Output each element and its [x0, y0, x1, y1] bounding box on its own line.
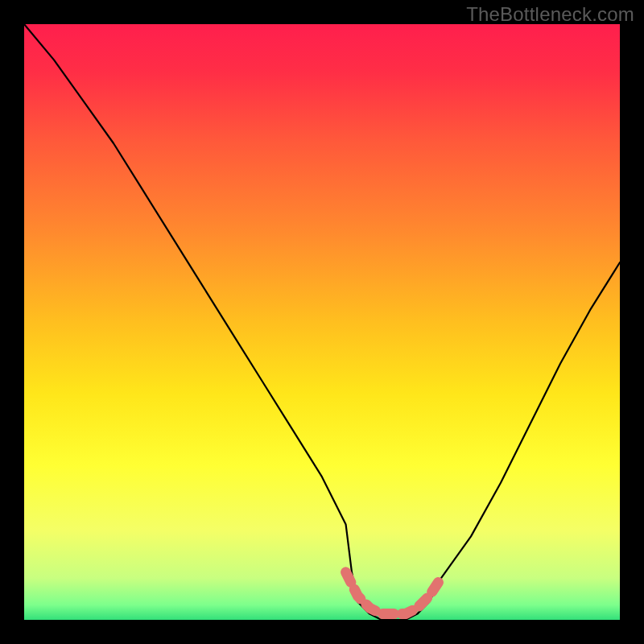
chart-svg — [24, 24, 620, 620]
watermark-text: TheBottleneck.com — [466, 3, 634, 26]
chart-frame: TheBottleneck.com — [0, 0, 644, 644]
chart-plot-area — [24, 24, 620, 620]
svg-rect-0 — [24, 24, 620, 620]
